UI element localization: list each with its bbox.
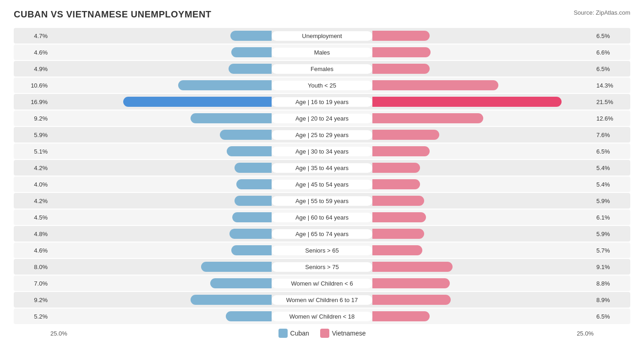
row-label: Youth < 25 bbox=[272, 81, 372, 90]
left-bar-area bbox=[50, 31, 272, 41]
bar-row: 4.5% Age | 60 to 64 years 6.1% bbox=[14, 209, 630, 225]
left-bar-area bbox=[50, 113, 272, 123]
left-bar bbox=[231, 245, 272, 255]
left-value: 7.0% bbox=[14, 280, 50, 287]
right-bar bbox=[372, 245, 422, 255]
right-value: 6.5% bbox=[594, 313, 630, 320]
left-bar-area bbox=[50, 229, 272, 239]
bar-row: 16.9% Age | 16 to 19 years 21.5% bbox=[14, 94, 630, 110]
left-bar-area bbox=[50, 146, 272, 156]
left-bar bbox=[235, 163, 272, 173]
left-bar-area bbox=[50, 212, 272, 222]
row-label: Seniors > 75 bbox=[272, 262, 372, 272]
right-bar bbox=[372, 311, 430, 321]
left-bar-area bbox=[50, 179, 272, 189]
row-inner: 4.5% Age | 60 to 64 years 6.1% bbox=[14, 211, 630, 224]
right-bar bbox=[372, 262, 453, 272]
bar-row: 5.2% Women w/ Children < 18 6.5% bbox=[14, 308, 630, 324]
left-value: 9.2% bbox=[14, 115, 50, 122]
row-label: Age | 16 to 19 years bbox=[272, 97, 372, 107]
left-bar-area bbox=[50, 262, 272, 272]
left-value: 4.0% bbox=[14, 181, 50, 188]
right-value: 9.1% bbox=[594, 264, 630, 270]
left-bar bbox=[232, 212, 272, 222]
right-value: 21.5% bbox=[594, 99, 630, 105]
left-value: 4.6% bbox=[14, 49, 50, 56]
right-bar bbox=[372, 163, 420, 173]
right-bar-area bbox=[372, 196, 594, 206]
right-bar bbox=[372, 97, 562, 107]
row-inner: 4.6% Males 6.6% bbox=[14, 46, 630, 59]
bar-row: 5.9% Age | 25 to 29 years 7.6% bbox=[14, 127, 630, 143]
right-bar bbox=[372, 146, 430, 156]
row-inner: 4.2% Age | 55 to 59 years 5.9% bbox=[14, 194, 630, 207]
right-value: 5.7% bbox=[594, 247, 630, 254]
right-bar-area bbox=[372, 80, 594, 90]
left-value: 4.5% bbox=[14, 214, 50, 221]
bar-row: 4.6% Males 6.6% bbox=[14, 44, 630, 60]
left-value: 16.9% bbox=[14, 99, 50, 105]
vietnamese-label: Vietnamese bbox=[332, 330, 366, 337]
right-bar bbox=[372, 47, 431, 57]
right-value: 5.4% bbox=[594, 165, 630, 171]
bar-row: 4.8% Age | 65 to 74 years 5.9% bbox=[14, 226, 630, 242]
left-bar-area bbox=[50, 278, 272, 288]
left-bar bbox=[229, 229, 272, 239]
right-bar-area bbox=[372, 130, 594, 140]
right-value: 7.6% bbox=[594, 132, 630, 138]
right-value: 6.5% bbox=[594, 148, 630, 155]
right-bar bbox=[372, 196, 424, 206]
bar-row: 9.2% Age | 20 to 24 years 12.6% bbox=[14, 110, 630, 126]
right-value: 8.8% bbox=[594, 280, 630, 287]
left-value: 4.8% bbox=[14, 231, 50, 237]
bar-row: 4.6% Seniors > 65 5.7% bbox=[14, 242, 630, 258]
right-bar bbox=[372, 31, 430, 41]
cuban-swatch bbox=[278, 329, 288, 338]
left-value: 4.9% bbox=[14, 66, 50, 72]
bar-row: 4.7% Unemployment 6.5% bbox=[14, 28, 630, 44]
row-label: Seniors > 65 bbox=[272, 246, 372, 255]
chart-body: 4.7% Unemployment 6.5% 4.6% Males bbox=[14, 28, 630, 324]
row-label: Age | 20 to 24 years bbox=[272, 114, 372, 123]
bar-row: 8.0% Seniors > 75 9.1% bbox=[14, 259, 630, 275]
left-bar bbox=[191, 295, 272, 305]
right-bar-area bbox=[372, 146, 594, 156]
left-value: 8.0% bbox=[14, 264, 50, 270]
left-bar bbox=[178, 80, 272, 90]
right-value: 8.9% bbox=[594, 297, 630, 303]
right-value: 6.5% bbox=[594, 33, 630, 39]
left-bar bbox=[230, 31, 272, 41]
scale-right: 25.0% bbox=[557, 330, 594, 337]
left-bar bbox=[229, 64, 272, 74]
row-label: Age | 55 to 59 years bbox=[272, 196, 372, 206]
chart-container: CUBAN VS VIETNAMESE UNEMPLOYMENT Source:… bbox=[0, 0, 644, 347]
chart-header: CUBAN VS VIETNAMESE UNEMPLOYMENT Source:… bbox=[14, 9, 630, 20]
chart-footer: 25.0% Cuban Vietnamese 25.0% bbox=[14, 329, 630, 338]
row-inner: 5.1% Age | 30 to 34 years 6.5% bbox=[14, 145, 630, 158]
left-value: 4.6% bbox=[14, 247, 50, 254]
right-value: 6.5% bbox=[594, 66, 630, 72]
row-label: Women w/ Children < 18 bbox=[272, 312, 372, 321]
left-value: 4.2% bbox=[14, 198, 50, 204]
right-value: 5.4% bbox=[594, 181, 630, 188]
left-value: 5.9% bbox=[14, 132, 50, 138]
left-bar-area bbox=[50, 245, 272, 255]
right-value: 6.6% bbox=[594, 49, 630, 56]
left-bar-area bbox=[50, 97, 272, 107]
bar-row: 4.2% Age | 35 to 44 years 5.4% bbox=[14, 160, 630, 176]
row-label: Age | 25 to 29 years bbox=[272, 130, 372, 140]
left-bar bbox=[235, 196, 272, 206]
right-bar-area bbox=[372, 113, 594, 123]
right-bar bbox=[372, 295, 451, 305]
row-inner: 4.9% Females 6.5% bbox=[14, 62, 630, 75]
row-label: Unemployment bbox=[272, 31, 372, 41]
chart-source: Source: ZipAtlas.com bbox=[573, 9, 630, 16]
row-inner: 4.7% Unemployment 6.5% bbox=[14, 29, 630, 42]
right-bar bbox=[372, 179, 420, 189]
row-label: Males bbox=[272, 48, 372, 57]
left-value: 5.1% bbox=[14, 148, 50, 155]
row-inner: 8.0% Seniors > 75 9.1% bbox=[14, 260, 630, 273]
bar-row: 7.0% Women w/ Children < 6 8.8% bbox=[14, 275, 630, 291]
row-inner: 4.2% Age | 35 to 44 years 5.4% bbox=[14, 161, 630, 174]
vietnamese-swatch bbox=[320, 329, 329, 338]
